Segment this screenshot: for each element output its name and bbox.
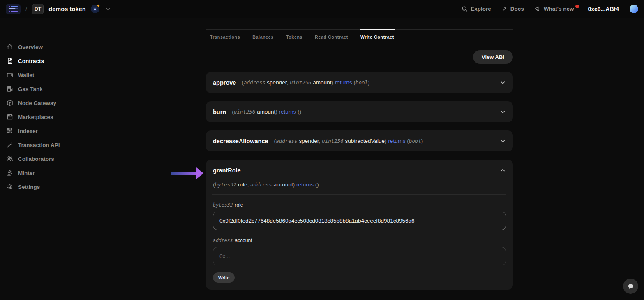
sidebar-item-indexer[interactable]: Indexer [0,124,74,138]
network-icon [92,7,97,12]
home-icon [7,44,13,50]
chevron-down-icon[interactable] [500,109,506,115]
role-input-value: 0x9f2df0fed2c77648de5860a4cc508cd0818c85… [219,218,414,224]
field-type: bytes32 [213,202,233,208]
field-label-role: bytes32role [213,202,506,208]
sidebar-item-transaction-api[interactable]: Transaction API [0,138,74,152]
sidebar-item-label: Gas Tank [18,86,43,92]
top-bar: / DT demos token [0,0,644,18]
sidebar-item-overview[interactable]: Overview [0,40,74,54]
sidebar-item-minter[interactable]: Minter [0,166,74,180]
sidebar-item-wallet[interactable]: Wallet [0,68,74,82]
breadcrumb-separator: / [25,5,27,12]
gear-icon [7,184,13,190]
account-avatar[interactable] [630,5,638,13]
project-name[interactable]: demos token [48,6,86,12]
sidebar-item-label: Overview [18,44,43,50]
function-name: approve [213,79,236,86]
logo-row [9,6,18,7]
chevron-down-icon[interactable] [500,138,506,144]
tab-write-contract[interactable]: Write Contract [360,30,395,41]
function-signature: (uint256 amount) returns () [232,109,301,115]
function-card-approve: approve (address spender, uint256 amount… [206,72,513,93]
users-icon [7,156,13,162]
function-signature: (bytes32 role, address account) returns … [213,181,506,188]
sidebar-item-collaborators[interactable]: Collaborators [0,152,74,166]
write-button[interactable]: Write [213,272,235,283]
sidebar-item-contracts[interactable]: Contracts [0,54,74,68]
tab-balances[interactable]: Balances [252,30,275,41]
docs-label: Docs [510,6,524,12]
sidebar-item-label: Indexer [18,128,38,134]
function-list: approve (address spender, uint256 amount… [206,72,513,290]
function-name: grantRole [213,167,241,174]
chevron-down-icon [105,6,111,12]
logo-row [9,11,18,12]
app-window: / DT demos token [0,0,644,300]
contract-tabs: TransactionsBalancesTokensRead ContractW… [206,29,513,41]
field-name: role [235,202,243,208]
function-header[interactable]: grantRole [206,160,513,181]
search-icon [462,6,468,12]
sidebar-item-label: Settings [18,184,40,190]
storefront-icon [7,114,13,120]
sidebar-item-marketplaces[interactable]: Marketplaces [0,110,74,124]
function-header[interactable]: decreaseAllowance (address spender, uint… [206,130,513,151]
logo-dot [9,6,10,7]
explore-link[interactable]: Explore [462,6,491,12]
function-name: decreaseAllowance [213,138,268,144]
grid-icon [7,128,13,134]
toolbar: View ABI [206,50,513,64]
sidebar-item-node-gateway[interactable]: Node Gateway [0,96,74,110]
cube-icon [7,100,13,106]
function-body: (bytes32 role, address account) returns … [206,181,513,290]
main-content: TransactionsBalancesTokensRead ContractW… [75,19,644,300]
sidebar-item-label: Contracts [18,58,44,64]
breadcrumb: / DT demos token [6,4,111,14]
notification-dot [575,5,579,8]
logo-dot [9,11,10,12]
field-name: account [235,237,252,243]
function-card-grantRole: grantRole (bytes32 role, address account… [206,160,513,290]
sidebar-item-label: Transaction API [18,142,60,148]
docs-link[interactable]: Docs [502,6,524,12]
chevron-up-icon[interactable] [500,167,506,173]
view-abi-button[interactable]: View ABI [473,50,513,64]
chat-launcher-button[interactable] [623,279,638,294]
network-status-dot [97,4,100,7]
whats-new-label: What's new [544,6,574,12]
logo-bar [11,11,18,12]
chevron-down-icon[interactable] [500,79,506,86]
text-cursor [415,218,415,224]
tab-transactions[interactable]: Transactions [209,30,241,41]
app-logo[interactable] [6,4,21,14]
function-header[interactable]: approve (address spender, uint256 amount… [206,72,513,93]
wallet-address[interactable]: 0xe6...ABf4 [588,6,619,12]
role-input[interactable]: 0x9f2df0fed2c77648de5860a4cc508cd0818c85… [213,212,506,230]
sidebar-item-gas-tank[interactable]: Gas Tank [0,82,74,96]
project-switcher-button[interactable] [105,6,111,12]
contract-icon [7,58,13,64]
route-icon [7,142,13,148]
whats-new-link[interactable]: What's new [535,6,574,12]
logo-dot [16,8,18,9]
chat-bubble-icon [627,283,635,290]
logo-bar [9,8,16,9]
function-header[interactable]: burn (uint256 amount) returns () [206,101,513,122]
logo-row [9,8,18,9]
tab-tokens[interactable]: Tokens [285,30,303,41]
fuel-pump-icon [7,86,13,92]
project-avatar[interactable]: DT [32,4,44,14]
function-card-burn: burn (uint256 amount) returns () [206,101,513,122]
top-bar-actions: Explore Docs What's new 0xe6...ABf4 [462,5,638,13]
sidebar-item-settings[interactable]: Settings [0,180,74,194]
divider [212,194,506,195]
function-name: burn [213,109,226,115]
function-signature: (address spender, uint256 amount) return… [242,79,369,86]
megaphone-icon [535,6,541,12]
tab-read-contract[interactable]: Read Contract [314,30,349,41]
wallet-icon [7,72,13,78]
account-input[interactable] [213,247,506,265]
sidebar-item-label: Node Gateway [18,100,56,106]
network-badge[interactable] [91,5,99,13]
